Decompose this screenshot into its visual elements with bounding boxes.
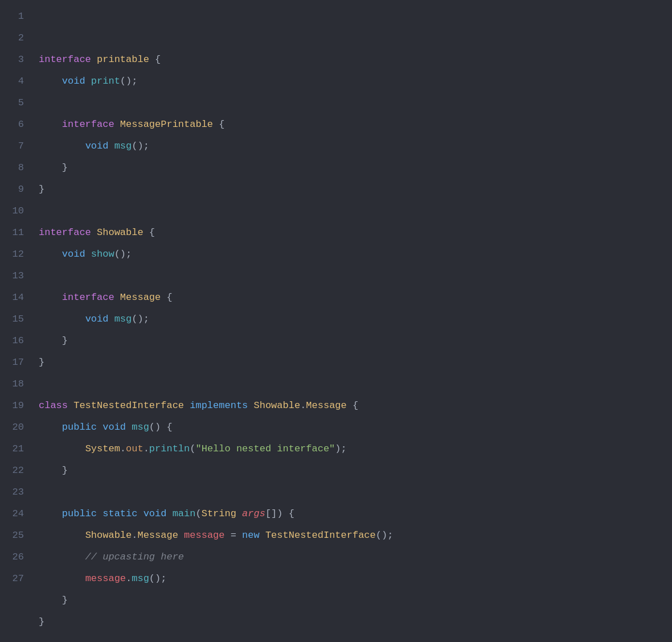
line-number: 20 [9,417,24,438]
token [137,508,143,519]
token: void [85,141,109,151]
line-number: 15 [9,308,24,330]
token: void [62,76,85,87]
token: = [225,530,243,541]
token: } [39,595,68,606]
token: []) { [265,508,294,519]
token: (); [132,141,149,151]
token: interface [62,119,114,130]
token: msg [114,314,132,324]
token: . [132,530,137,541]
token: void [62,249,85,260]
token [91,227,97,238]
token: "Hello nested interface" [195,443,335,454]
code-line: } [39,352,661,373]
token: msg [132,573,149,584]
token: . [126,573,132,584]
token: print [91,76,120,87]
token [39,249,62,260]
token: out [126,443,144,454]
token: printable [97,54,149,65]
token: TestNestedInterface [265,530,376,541]
line-number: 16 [9,330,24,352]
code-line: public void msg() { [39,417,661,438]
line-number: 22 [9,460,24,482]
token: Message [137,530,178,541]
token: interface [39,54,91,65]
token: void [144,508,167,519]
line-number: 19 [9,395,24,417]
token: interface [62,292,114,303]
token [39,573,85,584]
line-number: 27 [9,568,24,590]
token: . [300,400,306,411]
token: message [184,530,224,541]
line-number: 1 [9,6,24,27]
token [39,119,62,130]
line-number: 17 [9,352,24,373]
line-number: 10 [9,200,24,222]
token: void [103,422,126,433]
token: } [39,184,44,195]
token [260,530,265,541]
line-number: 18 [9,373,24,395]
code-line: interface MessagePrintable { [39,114,661,135]
line-number: 7 [9,135,24,157]
token [39,422,62,433]
code-line [39,265,661,287]
line-number: 13 [9,265,24,287]
line-number: 6 [9,114,24,135]
token: TestNestedInterface [73,400,184,411]
token [85,76,91,87]
token [39,508,62,519]
token [184,400,190,411]
token [114,292,120,303]
token: msg [132,422,149,433]
token: class [39,400,68,411]
token: // upcasting here [39,552,184,562]
token [236,508,242,519]
token: } [39,616,44,627]
token: . [120,443,126,454]
code-line: class TestNestedInterface implements Sho… [39,395,661,417]
code-line: } [39,460,661,482]
token: ( [190,443,195,454]
line-number: 25 [9,525,24,546]
token: (); [120,76,138,87]
token [39,76,62,87]
token: show [91,249,114,260]
code-line [39,200,661,222]
line-number: 26 [9,546,24,568]
token: { [213,119,224,130]
token: void [85,314,109,324]
line-number: 5 [9,92,24,114]
token [166,508,172,519]
code-line: void show(); [39,244,661,265]
token: ( [195,508,201,519]
code-line: interface Showable { [39,222,661,244]
code-line [39,482,661,503]
line-number: 11 [9,222,24,244]
token [39,314,85,324]
token: . [144,443,149,454]
token: System [85,443,120,454]
token: new [242,530,260,541]
code-editor: 1234567891011121314151617181920212223242… [0,0,672,642]
token [85,249,91,260]
code-line: message.msg(); [39,568,661,590]
token: MessagePrintable [120,119,213,130]
token [39,530,85,541]
token [178,530,184,541]
line-number: 24 [9,503,24,525]
code-line [39,373,661,395]
token: } [39,357,44,368]
token: () { [149,422,173,433]
token: { [144,227,155,238]
code-line: } [39,590,661,611]
token: Message [306,400,346,411]
line-number: 4 [9,71,24,92]
token: implements [190,400,248,411]
token: println [149,443,190,454]
line-number: 14 [9,287,24,308]
token [108,314,114,324]
